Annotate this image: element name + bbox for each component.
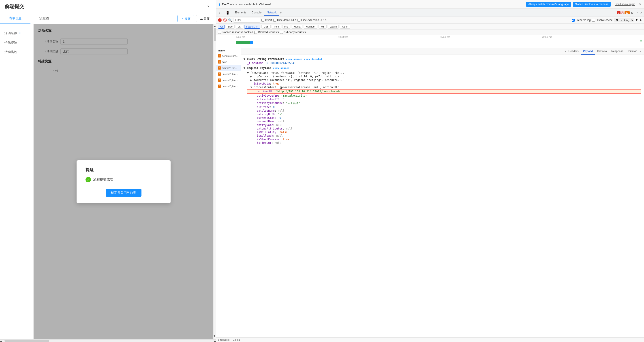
- h-scroll-thumb[interactable]: [4, 340, 49, 342]
- nav-item-special-resource[interactable]: 特殊资源: [0, 38, 33, 47]
- filter-js[interactable]: JS: [236, 24, 243, 29]
- request-name-0: generate-proc...: [222, 54, 239, 57]
- payload-activityInstName: activityInstName: "人工活动": [247, 101, 641, 105]
- blocked-requests-checkbox[interactable]: [254, 31, 257, 34]
- tab-response[interactable]: Response: [609, 48, 626, 54]
- scroll-up-arrow[interactable]: ▲: [214, 24, 216, 27]
- filter-fetch-xhr[interactable]: Fetch/XHR: [244, 24, 260, 29]
- invert-checkbox-label[interactable]: Invert: [262, 18, 272, 22]
- dialog-confirm-button[interactable]: 确定并关闭当前页: [106, 189, 142, 197]
- filter-img[interactable]: Img: [282, 24, 290, 29]
- devtools-more-icon[interactable]: ⋮: [635, 10, 640, 15]
- request-item-0[interactable]: ⬡ generate-proc...: [216, 53, 241, 59]
- payload-entityName: entityName: null: [247, 123, 641, 127]
- invert-checkbox[interactable]: [262, 19, 264, 22]
- request-name-4: unread?_times...: [222, 79, 239, 81]
- filter-css[interactable]: CSS: [262, 24, 271, 29]
- filter-wasm[interactable]: Wasm: [328, 24, 339, 29]
- payload-isStartProcess: isStartProcess: true: [247, 138, 641, 141]
- hide-data-urls-label[interactable]: Hide data URLs: [273, 18, 296, 22]
- tab-preview[interactable]: Preview: [595, 48, 609, 54]
- name-column-header: Name: [216, 48, 241, 53]
- blocked-cookies-label[interactable]: Blocked response cookies: [218, 31, 253, 34]
- payload-action-url: actionURL: "http://192.168.16.214:28082/…: [247, 89, 641, 94]
- scroll-right-arrow[interactable]: ▶: [214, 340, 216, 342]
- devtools-close-button[interactable]: ×: [639, 2, 641, 6]
- filter-manifest[interactable]: Manifest: [304, 24, 317, 29]
- scroll-left-arrow[interactable]: ◀: [0, 340, 2, 342]
- disable-cache-checkbox[interactable]: [592, 19, 595, 22]
- third-party-label[interactable]: 3rd-party requests: [280, 31, 306, 34]
- dont-show-again-button[interactable]: Don't show again: [612, 2, 638, 7]
- throttle-select[interactable]: No throttling: [614, 18, 634, 22]
- timeline-5000: 5000 ms: [236, 36, 338, 38]
- request-item-2[interactable]: ⬡ submit?_times...: [216, 65, 241, 71]
- devtools-panel-close-button[interactable]: ×: [640, 11, 642, 15]
- filter-ws[interactable]: WS: [318, 24, 326, 29]
- details-panel: × Headers Payload Preview Response Initi…: [241, 48, 644, 337]
- nav-item-activity-desc[interactable]: 活动描述: [0, 47, 33, 57]
- preserve-log-checkbox[interactable]: [572, 19, 574, 22]
- devtools-inspect-icon[interactable]: ⬚: [218, 10, 223, 15]
- status-requests: 6 requests: [218, 339, 230, 341]
- scroll-thumb[interactable]: [214, 28, 216, 41]
- request-item-1[interactable]: ⬡ save: [216, 59, 241, 65]
- blocked-cookies-checkbox[interactable]: [218, 31, 221, 34]
- match-language-button[interactable]: Always match Chrome's language: [526, 2, 571, 7]
- tab-elements[interactable]: Elements: [232, 10, 249, 16]
- filter-font[interactable]: Font: [272, 24, 281, 29]
- details-close-button[interactable]: ×: [564, 50, 566, 53]
- view-decoded-link-qs[interactable]: view decoded: [304, 58, 322, 61]
- request-item-4[interactable]: ⬡ unread?_times...: [216, 77, 241, 83]
- view-source-link-qs[interactable]: view source: [286, 58, 302, 61]
- request-payload-title: ▼ Request Payload view source: [244, 66, 641, 69]
- payload-line-4: ▼ processContext: {processCreaterName: n…: [247, 86, 641, 89]
- devtools-device-icon[interactable]: 📱: [224, 10, 230, 15]
- submit-button[interactable]: ✓ 提交: [178, 15, 194, 22]
- tab-initiator[interactable]: Initiator: [626, 48, 639, 54]
- devtools-settings-icon[interactable]: ⚙: [630, 10, 635, 15]
- payload-currentState: currentState: 0: [247, 116, 641, 119]
- more-tabs-button[interactable]: »: [279, 10, 283, 15]
- payload-currentUser: currentUser: null: [247, 120, 641, 123]
- download-icon[interactable]: ⬇: [640, 18, 642, 22]
- view-source-link-rp[interactable]: view source: [273, 67, 290, 69]
- filter-all[interactable]: All: [218, 24, 225, 29]
- filter-other[interactable]: Other: [340, 24, 350, 29]
- filter-doc[interactable]: Doc: [226, 24, 234, 29]
- scroll-down-arrow[interactable]: ▼: [213, 335, 216, 338]
- switch-to-chinese-button[interactable]: Switch DevTools to Chinese: [573, 2, 611, 7]
- hide-extension-urls-label[interactable]: Hide extension URLs: [298, 18, 326, 22]
- tab-console[interactable]: Console: [249, 10, 264, 16]
- payload-line-0: ▼ {isSaveData: true, formData: {actName:…: [247, 71, 641, 74]
- filter-media[interactable]: Media: [292, 24, 302, 29]
- filter-button[interactable]: 🔍: [228, 18, 232, 22]
- disable-cache-label[interactable]: Disable cache: [592, 18, 613, 22]
- network-toolbar: 🚫 🔍 Invert Hide data URLs Hide extension…: [216, 17, 644, 24]
- close-button[interactable]: ×: [205, 3, 212, 10]
- tab-payload[interactable]: Payload: [581, 48, 595, 54]
- nav-item-activity-name[interactable]: 活动名称 👁: [0, 29, 33, 38]
- request-item-3[interactable]: ⬡ unread?_times...: [216, 71, 241, 77]
- save-button[interactable]: ☁ 暂存: [196, 15, 213, 22]
- timeline-20000: 20000 ms: [542, 36, 644, 38]
- record-button[interactable]: [218, 18, 222, 22]
- tab-headers[interactable]: Headers: [566, 48, 581, 54]
- tab-network[interactable]: Network: [264, 10, 279, 16]
- preserve-log-label[interactable]: Preserve log: [572, 18, 590, 22]
- tab-form-info[interactable]: 表单信息: [0, 14, 30, 23]
- request-item-5[interactable]: ⬡ unread?_times...: [216, 83, 241, 89]
- blocked-requests-label[interactable]: Blocked requests: [254, 31, 279, 34]
- clear-button[interactable]: 🚫: [223, 18, 227, 22]
- filter-input[interactable]: [233, 18, 260, 22]
- payload-extendAttributes: extendAttributes: null: [247, 127, 641, 130]
- vertical-scrollbar[interactable]: ▲ ▼: [213, 24, 216, 339]
- hide-extension-urls-checkbox[interactable]: [298, 19, 300, 22]
- hide-data-urls-checkbox[interactable]: [273, 19, 276, 22]
- third-party-checkbox[interactable]: [280, 31, 283, 34]
- more-details-tabs-button[interactable]: »: [639, 49, 642, 54]
- tab-flow-chart[interactable]: 流程图: [30, 14, 58, 23]
- upload-icon[interactable]: ⬆: [636, 18, 638, 22]
- request-icon-0: ⬡: [218, 54, 221, 57]
- horizontal-scrollbar[interactable]: ◀ ▶: [0, 339, 216, 342]
